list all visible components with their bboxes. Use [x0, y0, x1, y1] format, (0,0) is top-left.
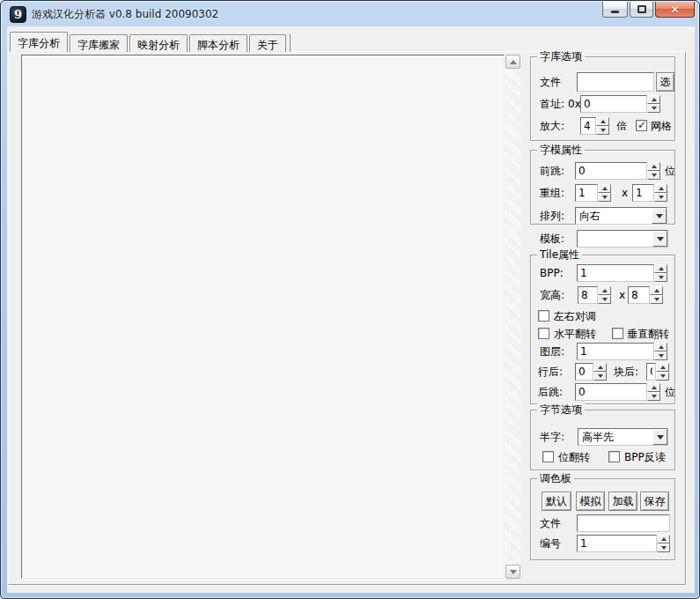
spin-up-button[interactable] [596, 117, 609, 126]
spin-up-button[interactable] [647, 95, 660, 104]
zoom-spinner [596, 117, 609, 135]
spin-down-button[interactable] [647, 171, 660, 180]
after-row-input[interactable] [575, 363, 593, 381]
arrange-combobox[interactable]: 向右 [575, 207, 667, 225]
spin-up-button[interactable] [654, 264, 667, 273]
arrow-up-icon [654, 286, 659, 292]
titlebar[interactable]: 9 游戏汉化分析器 v0.8 build 20090302 ✕ [1, 1, 699, 26]
half-byte-combobox[interactable]: 高半先 [578, 428, 668, 446]
template-row: 模板: [530, 230, 675, 248]
bit-flip-checkbox[interactable] [542, 451, 554, 462]
regroup-rows-spinner [654, 184, 667, 202]
spin-down-button[interactable] [598, 295, 611, 304]
dropdown-button[interactable] [652, 231, 667, 247]
palette-index-input[interactable] [577, 535, 657, 552]
layer-input[interactable] [577, 343, 654, 360]
arrow-up-icon [661, 535, 667, 541]
regroup-rows-spin [632, 184, 667, 202]
bit-flip-label: 位翻转 [558, 450, 590, 464]
maximize-button[interactable] [630, 2, 653, 18]
group-legend: 字模属性 [537, 144, 585, 156]
after-block-spin [646, 363, 669, 381]
regroup-label: 重组: [540, 184, 564, 202]
palette-load-button[interactable]: 加载 [608, 492, 637, 511]
bpp-reverse-checkbox[interactable] [608, 451, 620, 462]
spin-up-button[interactable] [598, 184, 611, 193]
swap-lr-checkbox[interactable] [538, 310, 549, 322]
tile-width-input[interactable] [578, 286, 598, 304]
palette-save-button[interactable]: 保存 [640, 492, 669, 511]
spin-down-button[interactable] [593, 372, 607, 381]
tab-font-analysis[interactable]: 字库分析 [10, 32, 68, 52]
after-block-input[interactable] [646, 363, 656, 381]
spin-down-button[interactable] [650, 295, 663, 304]
group-glyph-props: 字模属性 前跳: 位 重组: [530, 150, 675, 225]
spin-down-button[interactable] [654, 193, 667, 202]
scroll-up-button[interactable] [505, 55, 520, 69]
spin-up-button[interactable] [650, 286, 663, 295]
post-skip-input[interactable] [575, 383, 647, 401]
palette-default-button[interactable]: 默认 [542, 492, 571, 511]
tab-about[interactable]: 关于 [249, 34, 286, 52]
dropdown-button[interactable] [652, 208, 667, 224]
minimize-button[interactable] [602, 2, 628, 18]
grid-label: 网格 [651, 117, 672, 135]
group-font-lib-options: 字库选项 文件 选 首址: 0x [530, 56, 675, 141]
spin-up-button[interactable] [654, 343, 667, 351]
tile-width-spin [578, 286, 611, 304]
tile-size-label: 宽高: [540, 286, 564, 304]
grid-checkbox[interactable] [636, 120, 647, 131]
spin-down-button[interactable] [647, 104, 660, 113]
flip-h-checkbox[interactable] [538, 328, 549, 339]
bpp-input[interactable] [577, 264, 654, 282]
spin-down-button[interactable] [654, 351, 667, 360]
dropdown-button[interactable] [652, 429, 667, 445]
spin-down-button[interactable] [656, 372, 669, 381]
spin-up-button[interactable] [657, 535, 670, 544]
spin-up-button[interactable] [593, 363, 607, 372]
template-combobox[interactable] [577, 230, 668, 248]
arrow-up-icon [659, 184, 664, 190]
spin-up-button[interactable] [598, 286, 611, 295]
font-preview-canvas[interactable] [21, 55, 505, 579]
vertical-scrollbar[interactable] [505, 55, 520, 579]
file-input[interactable] [577, 72, 654, 92]
spin-up-button[interactable] [654, 184, 667, 193]
close-button[interactable]: ✕ [655, 2, 695, 18]
spin-up-button[interactable] [647, 162, 660, 171]
zoom-input[interactable] [580, 117, 596, 135]
spin-down-button[interactable] [654, 273, 667, 282]
spin-up-button[interactable] [647, 383, 660, 392]
base-address-label: 首址: [540, 95, 564, 113]
spin-up-button[interactable] [656, 363, 669, 372]
palette-file-input[interactable] [577, 514, 670, 532]
group-palette: 调色板 默认 模拟 加载 保存 文件 编号 [530, 478, 675, 560]
options-panel: 字库选项 文件 选 首址: 0x [530, 52, 675, 586]
flip-v-checkbox[interactable] [612, 328, 623, 339]
chevron-down-icon [657, 237, 664, 245]
spin-down-button[interactable] [647, 392, 660, 401]
scroll-down-button[interactable] [505, 565, 520, 579]
chevron-down-icon [657, 435, 664, 443]
spin-down-button[interactable] [596, 126, 609, 135]
arrow-up-icon [659, 264, 664, 270]
template-label: 模板: [540, 230, 564, 248]
layer-spin [577, 343, 667, 360]
tab-mapping-analysis[interactable]: 映射分析 [129, 34, 188, 52]
pre-skip-input[interactable] [575, 162, 647, 180]
regroup-rows-input[interactable] [632, 184, 654, 202]
chevron-down-icon [656, 214, 663, 222]
arrange-value: 向右 [579, 208, 601, 224]
palette-simulate-button[interactable]: 模拟 [576, 492, 605, 511]
tab-script-analysis[interactable]: 脚本分析 [189, 34, 247, 52]
tab-font-move[interactable]: 字库搬家 [70, 34, 128, 52]
file-select-button[interactable]: 选 [656, 72, 674, 92]
regroup-cols-input[interactable] [575, 184, 598, 202]
base-address-input[interactable] [580, 95, 647, 113]
hex-prefix-label: 0x [568, 95, 581, 113]
spin-down-button[interactable] [598, 193, 611, 202]
tile-height-input[interactable] [628, 286, 650, 304]
regroup-cols-spin [575, 184, 611, 202]
spin-down-button[interactable] [657, 544, 670, 552]
tab-bar: 字库分析 字库搬家 映射分析 脚本分析 关于 [10, 32, 291, 52]
